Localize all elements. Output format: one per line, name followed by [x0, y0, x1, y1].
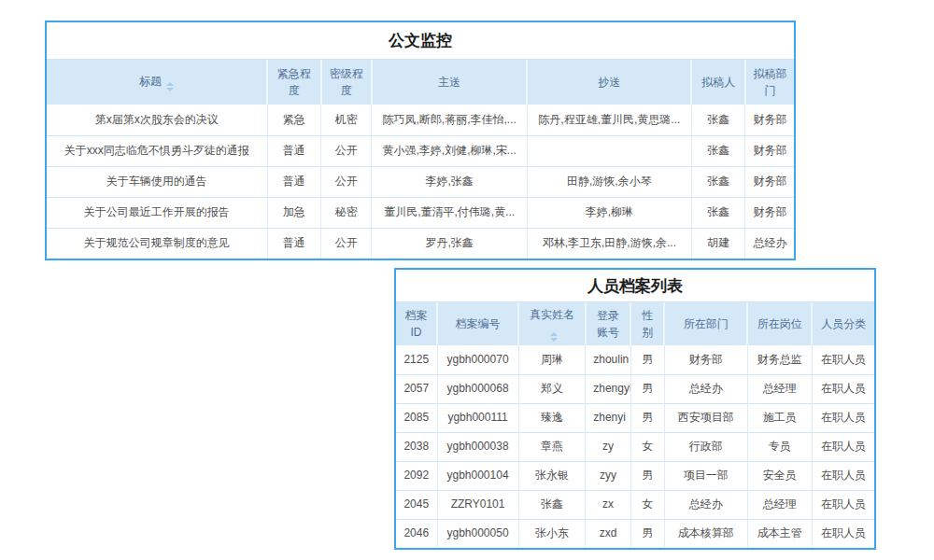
- person-category-cell: 在职人员: [812, 403, 874, 432]
- personnel-panel-title: 人员档案列表: [396, 270, 874, 302]
- doc-urgency-cell: 普通: [267, 135, 321, 166]
- person-gender-cell: 男: [630, 403, 664, 432]
- doc-col-header-to: 主送: [372, 60, 527, 105]
- doc-dept-cell: 财务部: [745, 105, 794, 135]
- person-name-link[interactable]: 章燕: [518, 432, 586, 461]
- doc-header-row: 标题 紧急程度 密级程度 主送 抄送 拟稿人 拟稿部门: [47, 60, 794, 105]
- doc-title-link[interactable]: 关于xxx同志临危不惧勇斗歹徒的通报: [47, 135, 267, 166]
- doc-table-row: 第x届第x次股东会的决议 紧急 机密 陈巧凤,断郎,蒋丽,李佳怡,... 陈丹,…: [47, 105, 794, 135]
- person-gender-cell: 女: [630, 432, 664, 461]
- page: 公文监控 标题 紧急程度 密级程度 主送 抄送 拟稿人 拟稿部门: [0, 0, 934, 560]
- person-archive-id-cell: 2057: [396, 374, 437, 403]
- person-dept-cell: 总经办: [664, 490, 747, 519]
- person-name-link[interactable]: 臻逸: [518, 403, 586, 432]
- person-col-header-category: 人员分类: [812, 302, 874, 345]
- sort-icon[interactable]: [550, 332, 558, 342]
- person-category-cell: 在职人员: [812, 432, 874, 461]
- person-dept-cell: 财务部: [664, 345, 747, 374]
- doc-secrecy-cell: 机密: [321, 105, 372, 135]
- person-archive-id-cell: 2125: [396, 345, 437, 374]
- document-monitor-panel: 公文监控 标题 紧急程度 密级程度 主送 抄送 拟稿人 拟稿部门: [45, 21, 796, 260]
- doc-urgency-cell: 普通: [267, 166, 321, 197]
- person-col-header-real-name-label: 真实姓名: [530, 308, 574, 321]
- person-archive-code-cell: ygbh000068: [437, 374, 518, 403]
- doc-col-header-title[interactable]: 标题: [47, 60, 267, 105]
- person-name-link[interactable]: 郑义: [518, 374, 586, 403]
- doc-cc-cell: 邓林,李卫东,田静,游恢,余...: [527, 228, 691, 259]
- doc-urgency-cell: 普通: [267, 228, 321, 259]
- doc-urgency-cell: 紧急: [267, 105, 321, 135]
- person-col-header-account: 登录账号: [586, 302, 631, 345]
- doc-panel-title: 公文监控: [47, 22, 794, 60]
- person-col-header-gender: 性别: [630, 302, 664, 345]
- person-gender-cell: 男: [630, 374, 664, 403]
- person-name-link[interactable]: 张小东: [518, 519, 586, 548]
- doc-col-header-drafter: 拟稿人: [691, 60, 745, 105]
- person-gender-cell: 男: [630, 345, 664, 374]
- doc-title-link[interactable]: 关于车辆使用的通告: [47, 166, 267, 197]
- doc-to-cell: 陈巧凤,断郎,蒋丽,李佳怡,...: [372, 105, 527, 135]
- doc-urgency-cell: 加急: [267, 197, 321, 228]
- person-archive-code-cell: ygbh000104: [437, 461, 518, 490]
- sort-icon[interactable]: [166, 82, 174, 91]
- personnel-table-row: 2092 ygbh000104 张永银 zyy 男 项目一部 安全员 在职人员: [396, 461, 874, 490]
- person-category-cell: 在职人员: [812, 519, 874, 548]
- doc-title-link[interactable]: 关于公司最近工作开展的报告: [47, 197, 267, 228]
- person-name-link[interactable]: 张永银: [518, 461, 586, 490]
- doc-cc-cell: 李婷,柳琳: [527, 197, 691, 228]
- doc-title-link[interactable]: 关于规范公司规章制度的意见: [47, 228, 267, 259]
- personnel-table-row: 2045 ZZRY0101 张鑫 zx 女 总经办 总经理 在职人员: [396, 490, 874, 519]
- person-name-link[interactable]: 张鑫: [518, 490, 586, 519]
- person-archive-code-cell: ygbh000038: [437, 432, 518, 461]
- doc-dept-cell: 财务部: [745, 166, 794, 197]
- person-dept-cell: 西安项目部: [664, 403, 747, 432]
- doc-to-cell: 罗丹,张鑫: [372, 228, 527, 259]
- doc-drafter-cell: 张鑫: [691, 197, 745, 228]
- personnel-table-row: 2038 ygbh000038 章燕 zy 女 行政部 专员 在职人员: [396, 432, 874, 461]
- doc-drafter-cell: 张鑫: [691, 105, 745, 135]
- person-col-header-archive-id: 档案ID: [396, 302, 437, 345]
- person-col-header-dept: 所在部门: [664, 302, 747, 345]
- doc-col-header-cc: 抄送: [527, 60, 691, 105]
- doc-to-cell: 黄小强,李婷,刘健,柳琳,宋...: [372, 135, 527, 166]
- person-account-cell: zhoulin: [586, 345, 631, 374]
- person-category-cell: 在职人员: [812, 490, 874, 519]
- person-account-cell: zhengyi: [586, 374, 631, 403]
- person-post-cell: 成本主管: [747, 519, 812, 548]
- doc-drafter-cell: 胡建: [691, 228, 745, 259]
- person-col-header-post: 所在岗位: [747, 302, 812, 345]
- person-name-link[interactable]: 周琳: [518, 345, 586, 374]
- person-account-cell: zy: [586, 432, 631, 461]
- doc-secrecy-cell: 秘密: [321, 197, 372, 228]
- person-post-cell: 总经理: [747, 490, 812, 519]
- person-account-cell: zhenyi: [586, 403, 631, 432]
- doc-dept-cell: 财务部: [745, 135, 794, 166]
- doc-table-row: 关于公司最近工作开展的报告 加急 秘密 董川民,董清平,付伟璐,黄... 李婷,…: [47, 197, 794, 228]
- doc-to-cell: 李婷,张鑫: [372, 166, 527, 197]
- person-account-cell: zxd: [586, 519, 631, 548]
- doc-cc-cell: [527, 135, 691, 166]
- personnel-table-row: 2125 ygbh000070 周琳 zhoulin 男 财务部 财务总监 在职…: [396, 345, 874, 374]
- person-dept-cell: 总经办: [664, 374, 747, 403]
- person-archive-id-cell: 2038: [396, 432, 437, 461]
- doc-cc-cell: 田静,游恢,余小琴: [527, 166, 691, 197]
- person-col-header-real-name[interactable]: 真实姓名: [518, 302, 586, 345]
- person-archive-id-cell: 2085: [396, 403, 437, 432]
- doc-drafter-cell: 张鑫: [691, 135, 745, 166]
- person-archive-code-cell: ZZRY0101: [437, 490, 518, 519]
- doc-title-link[interactable]: 第x届第x次股东会的决议: [47, 105, 267, 135]
- doc-table-row: 关于规范公司规章制度的意见 普通 公开 罗丹,张鑫 邓林,李卫东,田静,游恢,余…: [47, 228, 794, 259]
- doc-table: 标题 紧急程度 密级程度 主送 抄送 拟稿人 拟稿部门 第x届第x次股东会的决议…: [47, 60, 794, 259]
- person-col-header-archive-code: 档案编号: [437, 302, 518, 345]
- person-account-cell: zyy: [586, 461, 631, 490]
- doc-to-cell: 董川民,董清平,付伟璐,黄...: [372, 197, 527, 228]
- doc-table-row: 关于xxx同志临危不惧勇斗歹徒的通报 普通 公开 黄小强,李婷,刘健,柳琳,宋.…: [47, 135, 794, 166]
- person-archive-code-cell: ygbh000070: [437, 345, 518, 374]
- person-gender-cell: 男: [630, 519, 664, 548]
- person-dept-cell: 项目一部: [664, 461, 747, 490]
- person-post-cell: 专员: [747, 432, 812, 461]
- person-post-cell: 财务总监: [747, 345, 812, 374]
- person-archive-id-cell: 2046: [396, 519, 437, 548]
- doc-secrecy-cell: 公开: [321, 228, 372, 259]
- person-category-cell: 在职人员: [812, 461, 874, 490]
